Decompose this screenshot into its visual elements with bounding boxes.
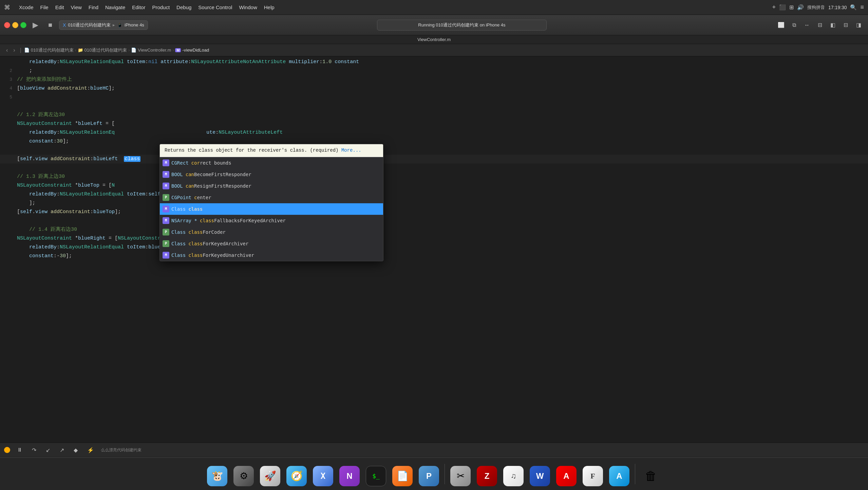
breadcrumb: ‹ › | 📄 010通过代码创建约束 › 📁 010通过代码创建约束 › 📄 …	[0, 44, 868, 56]
toolbar-status: Running 010通过代码创建约束 on iPhone 4s	[151, 20, 773, 31]
dock-appstore[interactable]: A	[607, 462, 631, 486]
dock-knife[interactable]: ✂	[448, 462, 473, 486]
menu-navigate[interactable]: Navigate	[102, 3, 129, 12]
menu-help[interactable]: Help	[261, 3, 278, 12]
debug-step-over-button[interactable]: ↷	[29, 446, 39, 455]
dock-filezilla[interactable]: Z	[475, 462, 499, 486]
breadcrumb-item-2[interactable]: 📁 010通过代码创建约束	[78, 47, 127, 53]
onenote-icon: N	[339, 466, 360, 486]
breadcrumb-back[interactable]: ‹	[4, 46, 10, 54]
minimize-button[interactable]	[12, 22, 18, 28]
close-button[interactable]	[4, 22, 10, 28]
ac-item-8[interactable]: M Class classForKeyedUnarchiver	[160, 249, 383, 261]
apple-menu[interactable]: ⌘	[4, 4, 10, 11]
dock-safari[interactable]: 🧭	[284, 462, 309, 486]
ac-item-7[interactable]: P Class classForKeyedArchiver	[160, 238, 383, 249]
utilities-button[interactable]: ◨	[853, 20, 864, 31]
breadcrumb-forward[interactable]: ›	[11, 46, 17, 54]
code-line-11	[0, 146, 868, 155]
dock-pages[interactable]: 📄	[390, 462, 415, 486]
editor-standard-button[interactable]: ⬜	[776, 20, 787, 31]
ac-item-1[interactable]: M BOOL canBecomeFirstResponder	[160, 169, 383, 180]
debug-simulate-button[interactable]: ⚡	[84, 446, 97, 455]
scheme-selector[interactable]: X 010通过代码创建约束 ▸ 📱 iPhone 4s	[59, 20, 148, 30]
menu-window[interactable]: Window	[235, 3, 260, 12]
code-line-9: relatedBy:NSLayoutRelationEq ute:NSLayou…	[0, 128, 868, 137]
debug-step-into-button[interactable]: ↙	[43, 446, 53, 455]
run-button[interactable]: ▶	[29, 19, 41, 31]
terminal-icon: $_	[366, 466, 386, 486]
menu-edit[interactable]: Edit	[52, 3, 68, 12]
menu-source-control[interactable]: Source Control	[195, 3, 235, 12]
status-bar: Running 010通过代码创建约束 on iPhone 4s	[377, 20, 547, 31]
dock-fontsbook[interactable]: F	[581, 462, 605, 486]
menu-view[interactable]: View	[68, 3, 85, 12]
layout-button[interactable]: ⊟	[814, 20, 825, 31]
menubar-list-icon[interactable]: ≡	[860, 4, 864, 11]
dock-word[interactable]: W	[528, 462, 552, 486]
menubar-search-icon[interactable]: 🔍	[850, 4, 857, 11]
dock-syspref[interactable]: ⚙	[231, 462, 256, 486]
dock-launchpad[interactable]: 🚀	[258, 462, 282, 486]
dock: 🐮 ⚙ 🚀 🧭 X N $_ 📄 P ✂ Z ♫ W A F A	[0, 457, 868, 490]
menubar-ime[interactable]: 搜狗拼音	[807, 4, 825, 11]
syspref-icon: ⚙	[233, 466, 254, 486]
code-line-21: NSLayoutConstraint *blueRight = [NSLayou…	[0, 234, 868, 243]
navigator-button[interactable]: ◧	[827, 20, 838, 31]
xcode-icon: X	[313, 466, 333, 486]
dock-trash[interactable]: 🗑	[639, 462, 663, 486]
menubar-volume-icon[interactable]: 🔊	[797, 4, 804, 11]
ac-item-4[interactable]: M Class class	[160, 203, 383, 215]
code-line-5: 5	[0, 93, 868, 102]
dock-acrobat[interactable]: A	[554, 462, 579, 486]
ac-item-5[interactable]: M NSArray * classFallbacksForKeyedArchiv…	[160, 215, 383, 226]
autocomplete-popup[interactable]: Returns the class object for the receive…	[159, 144, 383, 261]
menubar-add-icon[interactable]: +	[772, 4, 776, 11]
ac-badge-8: M	[163, 252, 169, 259]
menubar-share-icon[interactable]: ⊞	[789, 4, 794, 11]
maximize-button[interactable]	[20, 22, 26, 28]
stop-button[interactable]: ■	[44, 19, 56, 31]
code-line-3: 3 // 把约束添加到控件上	[0, 75, 868, 84]
word-icon: W	[530, 466, 550, 486]
ac-item-3[interactable]: P CGPoint center	[160, 192, 383, 203]
code-line-2: 2 ;	[0, 67, 868, 75]
scheme-chevron: ▸	[113, 22, 115, 27]
debug-indicator	[4, 447, 10, 453]
ac-item-2[interactable]: M BOOL canResignFirstResponder	[160, 180, 383, 192]
ac-badge-5: M	[163, 217, 169, 224]
editor-version-button[interactable]: ↔	[801, 20, 812, 31]
menu-find[interactable]: Find	[85, 3, 102, 12]
breadcrumb-item-3[interactable]: 📄 ViewController.m	[131, 48, 171, 53]
menu-editor[interactable]: Editor	[129, 3, 149, 12]
breadcrumb-item-4[interactable]: M -viewDidLoad	[175, 48, 209, 53]
filezilla-icon: Z	[477, 466, 497, 486]
debug-breakpoint-button[interactable]: ◆	[71, 446, 80, 455]
dock-terminal[interactable]: $_	[364, 462, 388, 486]
menubar-screen-icon[interactable]: ⬛	[779, 4, 786, 11]
menu-xcode[interactable]: Xcode	[16, 3, 37, 12]
device-name: iPhone 4s	[125, 22, 144, 27]
debug-button[interactable]: ⊟	[840, 20, 851, 31]
dock-onenote[interactable]: N	[337, 462, 362, 486]
dock-finder[interactable]: 🐮	[205, 462, 229, 486]
debug-pause-button[interactable]: ⏸	[14, 446, 25, 454]
launchpad-icon: 🚀	[260, 466, 280, 486]
breadcrumb-item-1[interactable]: 📄 010通过代码创建约束	[24, 47, 74, 53]
debug-step-out-button[interactable]: ↗	[57, 446, 67, 455]
ac-more-link[interactable]: More...	[341, 148, 361, 153]
code-line-16: relatedBy:NSLayoutRelationEqual toItem:s…	[0, 190, 868, 199]
code-line-8: NSLayoutConstraint *blueLeft = [	[0, 119, 868, 128]
editor-assistant-button[interactable]: ⧉	[789, 20, 799, 31]
dock-xcode[interactable]: X	[311, 462, 335, 486]
dock-pythonista[interactable]: P	[417, 462, 441, 486]
code-content: relatedBy:NSLayoutRelationEqual toItem:n…	[0, 56, 868, 262]
ac-item-0[interactable]: M CGRect correct bounds	[160, 157, 383, 169]
menu-file[interactable]: File	[37, 3, 52, 12]
dock-scrobbler[interactable]: ♫	[501, 462, 526, 486]
code-editor[interactable]: relatedBy:NSLayoutRelationEqual toItem:n…	[0, 56, 868, 442]
ac-item-6[interactable]: P Class classForCoder	[160, 226, 383, 238]
menu-debug[interactable]: Debug	[173, 3, 195, 12]
dock-separator-2	[635, 464, 635, 484]
menu-product[interactable]: Product	[149, 3, 173, 12]
